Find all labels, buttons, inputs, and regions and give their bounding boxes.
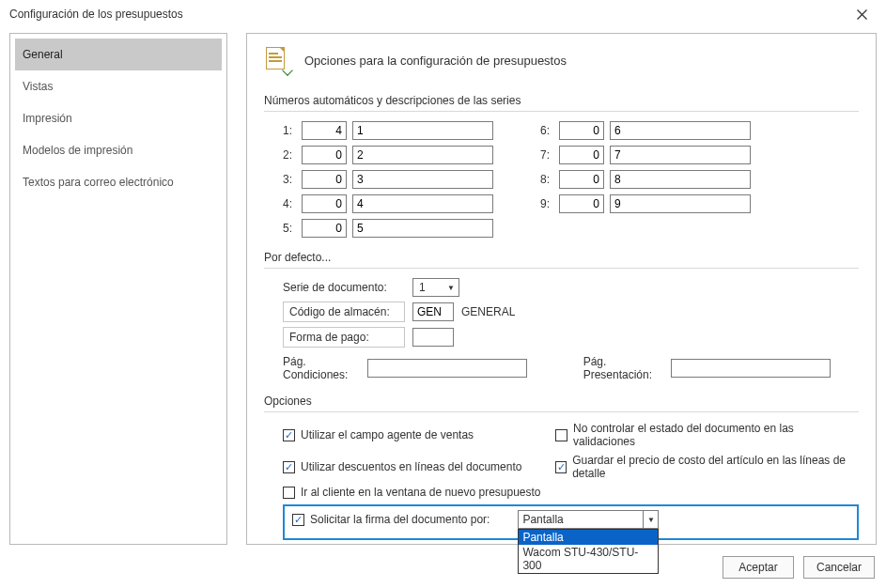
series-row-8: 8:: [540, 170, 751, 189]
signature-section: ✓ Solicitar la firma del documento por: …: [283, 504, 859, 540]
nav-item-modelos[interactable]: Modelos de impresión: [15, 134, 222, 166]
opt-solicitar-firma[interactable]: ✓ Solicitar la firma del documento por:: [292, 513, 490, 526]
series-num-4[interactable]: [302, 194, 347, 213]
series-label: 5:: [283, 222, 296, 235]
close-icon: [857, 9, 867, 20]
series-num-3[interactable]: [302, 170, 347, 189]
content-panel: Opciones para la configuración de presup…: [246, 33, 877, 545]
series-num-7[interactable]: [559, 146, 604, 164]
series-label: 4:: [283, 197, 296, 210]
codigo-desc: GENERAL: [461, 305, 515, 318]
series-row-4: 4:: [283, 194, 493, 213]
chevron-down-icon: ▼: [445, 282, 457, 293]
accept-button[interactable]: Aceptar: [723, 556, 794, 579]
opt-ircliente[interactable]: Ir al cliente en la ventana de nuevo pre…: [283, 486, 859, 499]
window-title: Configuración de los presupuestos: [9, 8, 183, 21]
series-label: 6:: [540, 124, 553, 137]
checkbox-icon: ✓: [283, 461, 295, 473]
forma-label-button[interactable]: Forma de pago:: [283, 327, 405, 348]
signature-value: Pantalla: [522, 513, 563, 526]
nav-item-impresion[interactable]: Impresión: [15, 102, 222, 134]
opt-agente[interactable]: ✓ Utilizar el campo agente de ventas: [283, 422, 527, 448]
series-desc-1[interactable]: [352, 121, 493, 140]
close-button[interactable]: [843, 1, 880, 27]
signature-select[interactable]: Pantalla ▼ Pantalla Wacom STU-430/STU-30…: [518, 510, 659, 529]
series-desc-9[interactable]: [610, 194, 751, 213]
signature-option-wacom[interactable]: Wacom STU-430/STU-300: [519, 545, 658, 573]
series-label: 9:: [540, 197, 553, 210]
nav-panel: General Vistas Impresión Modelos de impr…: [9, 33, 227, 545]
divider: [264, 411, 859, 412]
nav-item-textos[interactable]: Textos para correo electrónico: [15, 166, 222, 198]
opt-label: Ir al cliente en la ventana de nuevo pre…: [301, 486, 541, 499]
series-num-8[interactable]: [559, 170, 604, 189]
codigo-label-button[interactable]: Código de almacén:: [283, 302, 405, 322]
codigo-input[interactable]: [412, 302, 454, 321]
opt-label: Solicitar la firma del documento por:: [310, 513, 490, 526]
series-label: 1:: [283, 124, 296, 137]
series-desc-3[interactable]: [352, 170, 493, 189]
checkbox-icon: [283, 487, 295, 499]
series-num-5[interactable]: [302, 219, 347, 238]
opt-descuentos[interactable]: ✓ Utilizar descuentos en líneas del docu…: [283, 454, 527, 480]
series-num-6[interactable]: [559, 121, 604, 140]
chevron-down-icon: ▼: [643, 511, 658, 528]
section-title-series: Números automáticos y descripciones de l…: [264, 94, 859, 107]
signature-option-pantalla[interactable]: Pantalla: [519, 530, 658, 545]
series-desc-2[interactable]: [352, 146, 493, 164]
series-label: 8:: [540, 173, 553, 186]
series-desc-8[interactable]: [610, 170, 751, 189]
series-desc-5[interactable]: [352, 219, 493, 238]
nav-item-general[interactable]: General: [15, 39, 222, 70]
series-row-9: 9:: [540, 194, 751, 213]
signature-dropdown: Pantalla Wacom STU-430/STU-300: [518, 529, 659, 574]
series-label: 7:: [540, 148, 553, 162]
section-title-options: Opciones: [264, 395, 859, 408]
series-num-9[interactable]: [559, 194, 604, 213]
series-label: 3:: [283, 173, 296, 186]
section-title-defaults: Por defecto...: [264, 251, 859, 264]
opt-label: Utilizar descuentos en líneas del docume…: [301, 460, 521, 473]
series-row-3: 3:: [283, 170, 493, 189]
checkbox-icon: [555, 429, 567, 441]
series-desc-7[interactable]: [610, 146, 751, 164]
presentacion-label: Pág. Presentación:: [583, 355, 661, 381]
opt-nocontrolar[interactable]: No controlar el estado del documento en …: [555, 422, 859, 448]
series-num-1[interactable]: [302, 121, 347, 140]
series-row-6: 6:: [540, 121, 751, 140]
series-desc-4[interactable]: [352, 194, 493, 213]
opt-label: No controlar el estado del documento en …: [573, 422, 859, 448]
cancel-button[interactable]: Cancelar: [803, 556, 875, 579]
serie-label: Serie de documento:: [283, 281, 405, 294]
series-label: 2:: [283, 148, 296, 162]
series-row-5: 5:: [283, 219, 493, 238]
condiciones-label: Pág. Condiciones:: [283, 355, 358, 381]
opt-label: Utilizar el campo agente de ventas: [301, 428, 474, 441]
presentacion-input[interactable]: [671, 359, 831, 378]
series-row-7: 7:: [540, 146, 751, 164]
checkbox-icon: ✓: [283, 429, 295, 441]
series-row-1: 1:: [283, 121, 493, 140]
divider: [264, 268, 859, 269]
checkbox-icon: ✓: [555, 461, 567, 473]
serie-value: 1: [419, 281, 426, 294]
checkbox-icon: ✓: [292, 514, 304, 526]
serie-select[interactable]: 1 ▼: [412, 278, 459, 297]
opt-label: Guardar el precio de costo del artículo …: [572, 454, 859, 480]
divider: [264, 111, 859, 112]
series-desc-6[interactable]: [610, 121, 751, 140]
opt-guardarprecio[interactable]: ✓ Guardar el precio de costo del artícul…: [555, 454, 859, 480]
series-num-2[interactable]: [302, 146, 347, 164]
forma-input[interactable]: [412, 328, 454, 347]
document-check-icon: [264, 47, 290, 73]
nav-item-vistas[interactable]: Vistas: [15, 70, 222, 102]
condiciones-input[interactable]: [367, 359, 527, 378]
series-row-2: 2:: [283, 146, 493, 164]
page-title: Opciones para la configuración de presup…: [304, 54, 567, 68]
